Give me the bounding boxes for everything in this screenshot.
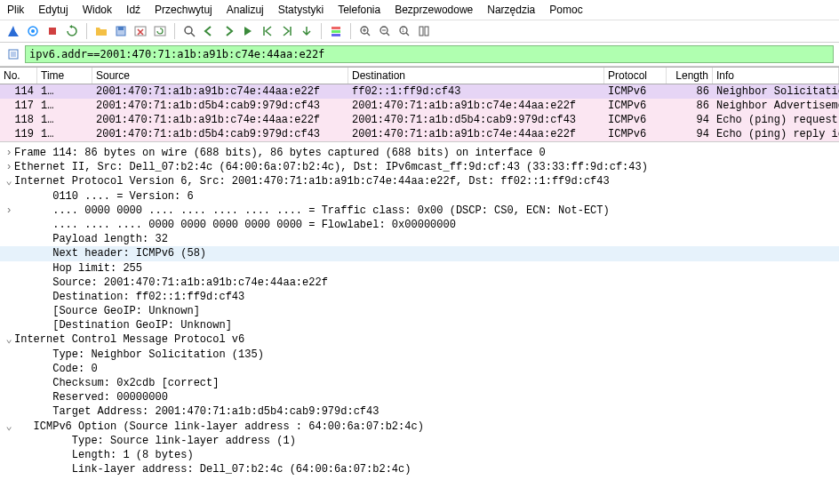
go-forward-icon[interactable] [220,23,236,39]
packet-row[interactable]: 1171…2001:470:71:a1b:d5b4:cab9:979d:cf43… [0,99,839,113]
open-file-icon[interactable] [93,23,109,39]
detail-tree-line[interactable]: Destination: ff02::1:ff9d:cf43 [0,290,839,304]
expand-toggle-icon [4,462,14,476]
expand-toggle-icon [4,290,14,304]
detail-tree-line[interactable]: Target Address: 2001:470:71:a1b:d5b4:cab… [0,404,839,419]
display-filter-input[interactable] [25,45,834,63]
go-first-icon[interactable] [260,23,276,39]
detail-tree-line[interactable]: ⌄Internet Control Message Protocol v6 [0,332,839,347]
packet-row[interactable]: 1141…2001:470:71:a1b:a91b:c74e:44aa:e22f… [0,84,839,99]
packet-details-pane[interactable]: ›Frame 114: 86 bytes on wire (688 bits),… [0,141,839,480]
menu-item[interactable]: Idź [126,4,140,16]
detail-tree-line[interactable]: Checksum: 0x2cdb [correct] [0,376,839,390]
column-header-dest[interactable]: Destination [348,68,604,84]
detail-tree-line[interactable]: › .... 0000 0000 .... .... .... .... ...… [0,204,839,218]
packet-list[interactable]: 1141…2001:470:71:a1b:a91b:c74e:44aa:e22f… [0,84,839,141]
expand-toggle-icon [4,448,14,462]
go-back-icon[interactable] [201,23,217,39]
detail-tree-line[interactable]: Source: 2001:470:71:a1b:a91b:c74e:44aa:e… [0,276,839,290]
column-header-no[interactable]: No. [0,68,37,84]
expand-toggle-icon [4,376,14,390]
detail-tree-line[interactable]: Payload length: 32 [0,232,839,246]
detail-tree-line[interactable]: Reserved: 00000000 [0,390,839,404]
bookmark-filter-icon[interactable] [5,46,21,62]
expand-toggle-icon[interactable]: › [4,160,14,174]
svg-rect-10 [332,30,340,33]
column-header-length[interactable]: Length [667,68,713,84]
expand-toggle-icon[interactable]: › [4,204,14,218]
menu-item[interactable]: Plik [7,4,24,16]
detail-tree-line[interactable]: ›Frame 114: 86 bytes on wire (688 bits),… [0,146,839,160]
detail-tree-line[interactable]: ⌄Internet Protocol Version 6, Src: 2001:… [0,174,839,188]
detail-tree-line[interactable]: Hop limit: 255 [0,261,839,276]
zoom-reset-icon[interactable]: 1 [396,23,412,39]
detail-tree-line[interactable]: Type: Neighbor Solicitation (135) [0,348,839,362]
expand-toggle-icon [4,261,14,276]
detail-tree-line[interactable]: Link-layer address: Dell_07:b2:4c (64:00… [0,462,839,476]
detail-tree-line[interactable]: ⌄ ICMPv6 Option (Source link-layer addre… [0,420,839,434]
packet-row[interactable]: 1181…2001:470:71:a1b:a91b:c74e:44aa:e22f… [0,113,839,127]
column-header-info[interactable]: Info [713,68,839,84]
reload-file-icon[interactable] [152,23,168,39]
shark-fin-icon[interactable] [5,23,21,39]
expand-toggle-icon [4,276,14,290]
expand-toggle-icon[interactable]: › [4,146,14,160]
menu-item[interactable]: Pomoc [549,4,582,16]
expand-toggle-icon [4,404,14,419]
svg-rect-11 [332,34,340,36]
detail-tree-line[interactable]: [Source GeoIP: Unknown] [0,304,839,318]
zoom-out-icon[interactable] [377,23,393,39]
detail-tree-line[interactable]: .... .... .... 0000 0000 0000 0000 0000 … [0,218,839,232]
detail-tree-line[interactable]: [Destination GeoIP: Unknown] [0,318,839,332]
go-to-packet-icon[interactable] [240,23,256,39]
column-header-source[interactable]: Source [92,68,348,84]
save-file-icon[interactable] [113,23,129,39]
resize-columns-icon[interactable] [416,23,432,39]
menu-item[interactable]: Narzędzia [487,4,535,16]
colorize-icon[interactable] [328,23,344,39]
menu-item[interactable]: Widok [83,4,112,16]
expand-toggle-icon [4,232,14,246]
expand-toggle-icon[interactable]: ⌄ [4,174,14,188]
svg-rect-4 [118,27,124,30]
toolbar-separator [86,23,87,39]
detail-tree-line[interactable]: ›Ethernet II, Src: Dell_07:b2:4c (64:00:… [0,160,839,174]
svg-point-7 [185,27,192,34]
main-toolbar: 1 [0,20,839,43]
expand-toggle-icon[interactable]: ⌄ [4,332,14,347]
expand-toggle-icon [4,304,14,318]
svg-line-8 [191,33,195,36]
column-header-time[interactable]: Time [37,68,92,84]
menu-item[interactable]: Edytuj [38,4,68,16]
menu-item[interactable]: Analizuj [227,4,264,16]
expand-toggle-icon [4,362,14,376]
column-header-proto[interactable]: Protocol [604,68,667,84]
close-file-icon[interactable] [132,23,148,39]
zoom-in-icon[interactable] [357,23,373,39]
svg-rect-22 [420,27,423,36]
detail-tree-line[interactable]: Next header: ICMPv6 (58) [0,246,839,260]
detail-tree-line[interactable]: Type: Source link-layer address (1) [0,434,839,448]
svg-text:1: 1 [402,28,404,33]
stop-capture-icon[interactable] [44,23,60,39]
go-last-icon[interactable] [279,23,295,39]
detail-tree-line[interactable]: Code: 0 [0,362,839,376]
menu-item[interactable]: Bezprzewodowe [395,4,473,16]
auto-scroll-icon[interactable] [299,23,315,39]
menu-item[interactable]: Telefonia [338,4,380,16]
menu-item[interactable]: Statystyki [278,4,324,16]
expand-toggle-icon [4,318,14,332]
detail-tree-line[interactable]: 0110 .... = Version: 6 [0,189,839,204]
start-capture-icon[interactable] [25,23,41,39]
svg-rect-23 [425,27,428,36]
packet-list-header: No. Time Source Destination Protocol Len… [0,67,839,84]
restart-capture-icon[interactable] [64,23,80,39]
svg-line-20 [406,33,409,36]
packet-row[interactable]: 1191…2001:470:71:a1b:d5b4:cab9:979d:cf43… [0,127,839,141]
expand-toggle-icon[interactable]: ⌄ [4,420,14,434]
find-packet-icon[interactable] [181,23,197,39]
menu-item[interactable]: Przechwytuj [155,4,212,16]
detail-tree-line[interactable]: Length: 1 (8 bytes) [0,448,839,462]
toolbar-separator [321,23,322,39]
expand-toggle-icon [4,434,14,448]
